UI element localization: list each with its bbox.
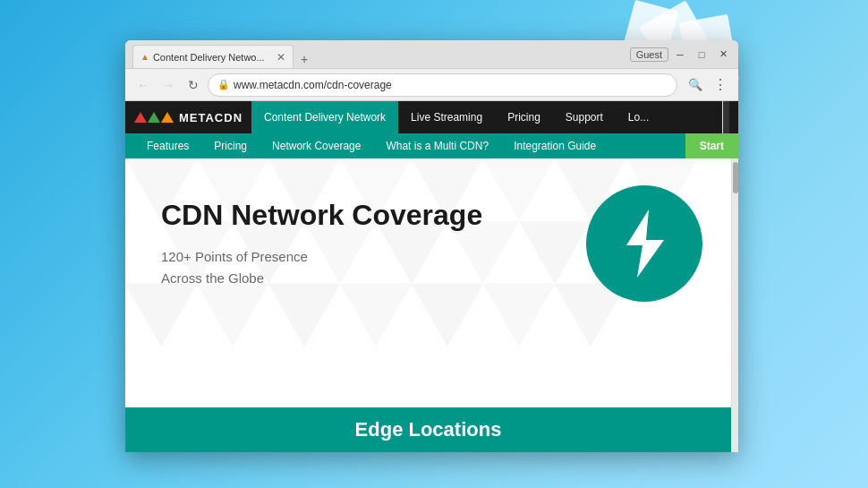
minimize-button[interactable]: ─ — [672, 47, 688, 63]
browser-menu-button[interactable]: ⋮ — [710, 74, 731, 96]
site-nav-sub: Features Pricing Network Coverage What i… — [125, 133, 738, 158]
nav-scrollbar — [722, 101, 729, 133]
nav-item-support[interactable]: Support — [553, 101, 616, 133]
edge-banner-text: Edge Locations — [355, 418, 502, 441]
subnav-network-coverage[interactable]: Network Coverage — [260, 133, 373, 158]
tab-close-button[interactable]: ✕ — [277, 51, 285, 64]
nav-item-login[interactable]: Lo... — [616, 101, 661, 133]
svg-marker-21 — [626, 210, 664, 278]
new-tab-button[interactable]: + — [294, 50, 315, 68]
subnav-features[interactable]: Features — [134, 133, 201, 158]
search-button[interactable]: 🔍 — [685, 74, 706, 96]
back-button[interactable]: ← — [132, 74, 154, 96]
top-nav-links: Content Delivery Network Live Streaming … — [251, 101, 722, 133]
subnav-pricing[interactable]: Pricing — [201, 133, 260, 158]
hero-text: CDN Network Coverage 120+ Points of Pres… — [161, 199, 568, 289]
hero-subtitle-line1: 120+ Points of Presence — [161, 246, 568, 268]
subnav-integration-guide[interactable]: Integration Guide — [501, 133, 608, 158]
tab-favicon: ▲ — [140, 52, 149, 62]
title-bar: ▲ Content Delivery Netwo... ✕ + Guest ─ … — [125, 40, 738, 69]
nav-item-pricing[interactable]: Pricing — [495, 101, 553, 133]
address-bar: ← → ↻ 🔒 www.metacdn.com/cdn-coverage 🔍 ⋮ — [125, 69, 738, 101]
security-icon: 🔒 — [217, 79, 230, 90]
subnav-start-button[interactable]: Start — [685, 133, 738, 158]
hero-subtitle-line2: Across the Globe — [161, 268, 568, 289]
hero-subtitle: 120+ Points of Presence Across the Globe — [161, 246, 568, 289]
triangle-red — [134, 112, 147, 123]
site-nav-top: METACDN Content Delivery Network Live St… — [125, 101, 738, 133]
hero-content: CDN Network Coverage 120+ Points of Pres… — [125, 158, 738, 329]
subnav-what-is-multicdn[interactable]: What is a Multi CDN? — [373, 133, 501, 158]
triangle-orange — [161, 112, 174, 123]
nav-item-cdn[interactable]: Content Delivery Network — [251, 101, 398, 133]
url-field[interactable]: 🔒 www.metacdn.com/cdn-coverage — [208, 73, 677, 97]
metacdn-logo[interactable]: METACDN — [134, 111, 243, 124]
nav-item-streaming[interactable]: Live Streaming — [398, 101, 495, 133]
site-content: METACDN Content Delivery Network Live St… — [125, 101, 738, 452]
reload-button[interactable]: ↻ — [183, 74, 204, 96]
forward-button[interactable]: → — [157, 74, 179, 96]
triangle-green — [148, 112, 160, 123]
logo-triangles — [134, 112, 174, 123]
url-text: www.metacdn.com/cdn-coverage — [234, 79, 392, 91]
close-button[interactable]: ✕ — [715, 47, 731, 63]
window-controls: ─ □ ✕ — [672, 47, 731, 63]
logo-text: METACDN — [179, 111, 243, 124]
maximize-button[interactable]: □ — [694, 47, 710, 63]
tabs-bar: ▲ Content Delivery Netwo... ✕ + — [132, 40, 630, 68]
tab-label: Content Delivery Netwo... — [153, 52, 265, 63]
lightning-bolt-svg — [617, 208, 671, 279]
guest-label: Guest — [630, 47, 668, 62]
site-hero: CDN Network Coverage 120+ Points of Pres… — [125, 158, 738, 452]
hero-title: CDN Network Coverage — [161, 199, 568, 232]
hero-lightning-icon — [586, 185, 702, 302]
edge-banner: Edge Locations — [125, 407, 731, 452]
browser-window: ▲ Content Delivery Netwo... ✕ + Guest ─ … — [125, 40, 738, 452]
active-tab[interactable]: ▲ Content Delivery Netwo... ✕ — [132, 45, 294, 68]
